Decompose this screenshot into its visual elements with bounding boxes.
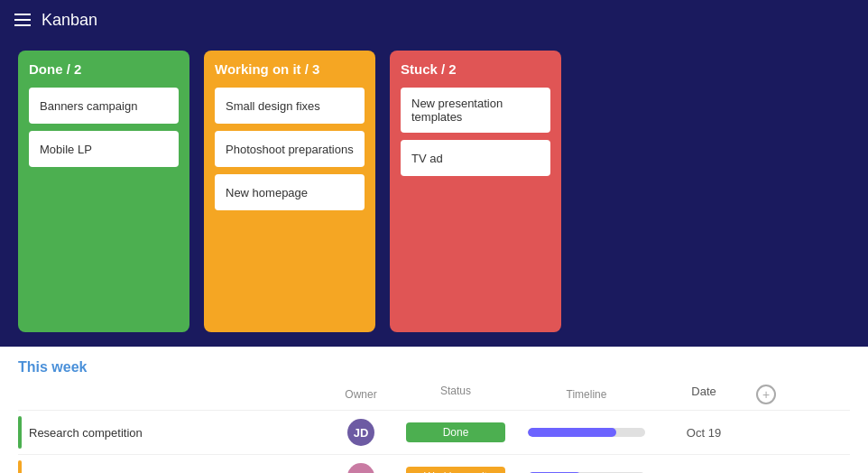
this-week-section: This week Owner Status Timeline Date + R… [0, 347, 868, 473]
timeline-fill [528, 428, 616, 437]
kanban-card-c1[interactable]: Banners campaign [29, 88, 179, 124]
col-header-task [18, 385, 325, 404]
row-indicator [18, 416, 22, 449]
kanban-card-c2[interactable]: Mobile LP [29, 131, 179, 167]
row-date: Oct 19 [659, 426, 749, 440]
kanban-column-done: Done / 2Banners campaignMobile LP [18, 51, 189, 332]
table-row[interactable]: Layout design AL Working on it Oct 21 [18, 455, 850, 473]
col-header-status: Status [397, 385, 514, 404]
avatar: JD [347, 419, 374, 446]
col-header-timeline: Timeline [514, 385, 659, 404]
row-task-name: Research competition [29, 426, 143, 440]
timeline-bar [528, 428, 645, 437]
row-owner: JD [325, 419, 397, 446]
row-task-name: Layout design [29, 470, 102, 474]
col-header-date: Date [659, 385, 749, 404]
table-row[interactable]: Research competition JD Done Oct 19 [18, 411, 850, 455]
kanban-card-c6[interactable]: New presentation templates [401, 88, 550, 133]
row-status: Done [397, 422, 514, 442]
kanban-column-working: Working on it / 3Small design fixesPhoto… [204, 51, 375, 332]
row-date: Oct 21 [659, 470, 749, 474]
kanban-card-c3[interactable]: Small design fixes [215, 88, 365, 124]
kanban-card-c4[interactable]: Photoshoot preparations [215, 131, 365, 167]
row-indicator [18, 460, 22, 473]
table-header: Owner Status Timeline Date + [18, 385, 850, 411]
col-header-owner: Owner [325, 385, 397, 404]
status-badge: Done [406, 422, 505, 442]
column-title-stuck: Stuck / 2 [401, 61, 550, 77]
add-column-button[interactable]: + [749, 385, 776, 404]
row-timeline [514, 428, 659, 437]
column-title-working: Working on it / 3 [215, 61, 365, 77]
kanban-card-c5[interactable]: New homepage [215, 174, 365, 210]
row-task-label: Layout design [18, 460, 325, 473]
row-task-label: Research competition [18, 416, 325, 449]
avatar: AL [347, 463, 374, 473]
app-header: Kanban [0, 0, 868, 40]
app-title: Kanban [42, 11, 97, 30]
table-body: Research competition JD Done Oct 19 Layo… [18, 411, 850, 473]
kanban-board: Done / 2Banners campaignMobile LPWorking… [0, 40, 868, 347]
menu-icon[interactable] [14, 14, 31, 26]
kanban-card-c7[interactable]: TV ad [401, 140, 550, 176]
row-owner: AL [325, 463, 397, 473]
kanban-column-stuck: Stuck / 2New presentation templatesTV ad [390, 51, 561, 332]
column-title-done: Done / 2 [29, 61, 179, 77]
section-title: This week [18, 359, 850, 376]
status-badge: Working on it [406, 467, 505, 473]
row-status: Working on it [397, 467, 514, 473]
